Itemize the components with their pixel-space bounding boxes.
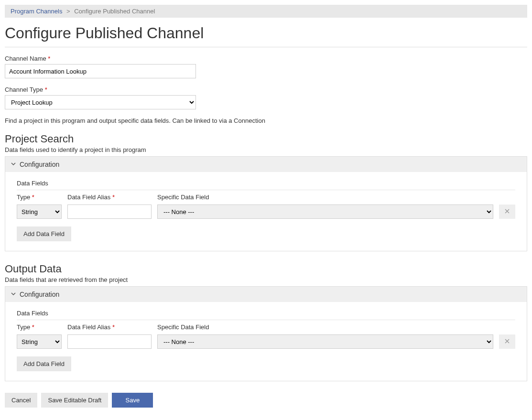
save-draft-button[interactable]: Save Editable Draft [41, 393, 108, 408]
col-alias-label: Data Field Alias * [67, 323, 115, 331]
project-search-row: String --- None --- [17, 205, 515, 219]
col-type-label: Type * [17, 323, 34, 331]
project-search-data-fields-label: Data Fields [17, 180, 515, 187]
action-bar: Cancel Save Editable Draft Save [5, 393, 527, 408]
output-data-row: String --- None --- [17, 334, 515, 349]
output-data-add-button[interactable]: Add Data Field [17, 356, 71, 371]
project-search-specific-select[interactable]: --- None --- [157, 205, 493, 219]
close-icon [504, 338, 510, 345]
channel-type-label: Channel Type * [5, 86, 527, 93]
channel-name-label-text: Channel Name [5, 55, 46, 62]
cancel-button[interactable]: Cancel [5, 393, 37, 408]
project-search-panel: Configuration Data Fields Type * Data Fi… [5, 156, 527, 251]
output-data-remove-button[interactable] [499, 334, 515, 349]
project-search-alias-input[interactable] [67, 205, 152, 219]
project-search-title: Project Search [5, 133, 527, 145]
project-search-desc: Data fields used to identify a project i… [5, 146, 527, 153]
output-data-fields-label: Data Fields [17, 310, 515, 317]
project-search-type-select[interactable]: String [17, 205, 62, 219]
output-data-panel-header-text: Configuration [20, 291, 59, 298]
project-search-add-button[interactable]: Add Data Field [17, 226, 71, 241]
output-data-panel: Configuration Data Fields Type * Data Fi… [5, 286, 527, 381]
col-specific-label: Specific Data Field [157, 323, 209, 331]
chevron-down-icon [11, 162, 16, 167]
channel-type-select[interactable]: Project Lookup [5, 95, 196, 109]
title-divider [5, 47, 527, 47]
output-data-desc: Data fields that are retrieved from the … [5, 276, 527, 283]
channel-name-input[interactable] [5, 64, 196, 78]
breadcrumb-current: Configure Published Channel [74, 8, 155, 15]
output-data-specific-select[interactable]: --- None --- [157, 334, 493, 349]
col-specific-label: Specific Data Field [157, 194, 209, 201]
required-asterisk: * [45, 86, 47, 93]
output-data-alias-input[interactable] [67, 334, 152, 349]
channel-name-label: Channel Name * [5, 55, 527, 62]
output-data-panel-body: Data Fields Type * Data Field Alias * Sp… [5, 302, 527, 381]
output-data-type-select[interactable]: String [17, 334, 62, 349]
col-type-label: Type * [17, 194, 34, 201]
close-icon [504, 208, 510, 215]
breadcrumb-separator: > [66, 8, 70, 15]
project-search-panel-body: Data Fields Type * Data Field Alias * Sp… [5, 172, 527, 251]
output-data-columns: Type * Data Field Alias * Specific Data … [17, 320, 515, 331]
chevron-down-icon [11, 291, 16, 297]
project-search-panel-header-text: Configuration [20, 161, 59, 168]
channel-name-group: Channel Name * [5, 55, 527, 78]
output-data-title: Output Data [5, 263, 527, 275]
channel-type-help: Find a project in this program and outpu… [5, 117, 527, 124]
channel-type-group: Channel Type * Project Lookup [5, 86, 527, 109]
breadcrumb-parent-link[interactable]: Program Channels [11, 8, 62, 15]
save-button[interactable]: Save [112, 393, 153, 408]
breadcrumb: Program Channels > Configure Published C… [5, 5, 527, 18]
project-search-remove-button[interactable] [499, 205, 515, 219]
col-alias-label: Data Field Alias * [67, 194, 115, 201]
page-title: Configure Published Channel [5, 24, 527, 42]
output-data-panel-header[interactable]: Configuration [5, 287, 527, 302]
required-asterisk: * [48, 55, 50, 62]
project-search-columns: Type * Data Field Alias * Specific Data … [17, 190, 515, 201]
project-search-panel-header[interactable]: Configuration [5, 157, 527, 172]
channel-type-label-text: Channel Type [5, 86, 43, 93]
